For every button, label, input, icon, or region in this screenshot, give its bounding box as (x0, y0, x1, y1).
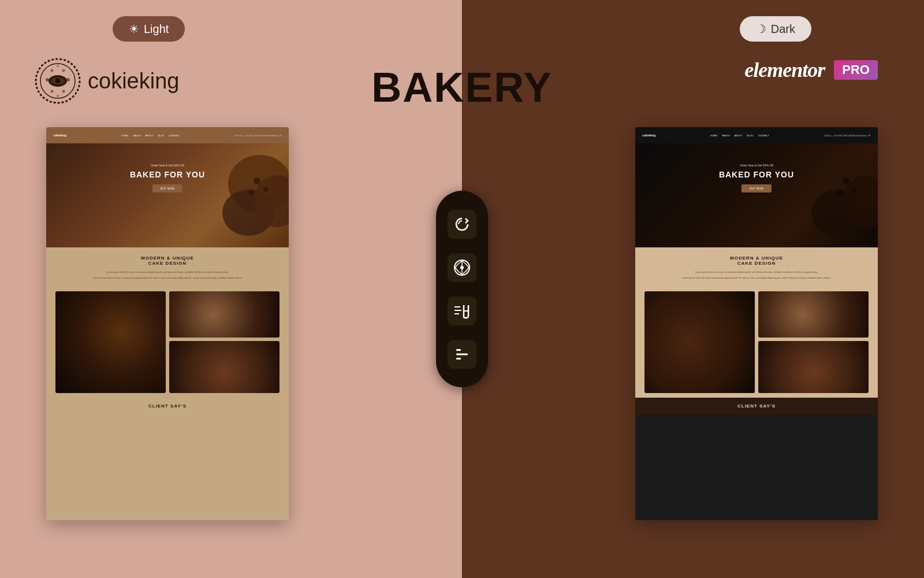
mockup-light: cokieking HOME PAGES ABOUT BLOG CONTACT … (46, 127, 289, 520)
svg-point-24 (837, 190, 843, 195)
svg-point-10 (62, 90, 65, 93)
svg-point-9 (51, 90, 54, 93)
svg-point-12 (57, 95, 59, 97)
logo-area-left: cokieking (35, 58, 179, 104)
mockup-content-dark: MODERN & UNIQUECAKE DESIGN Lorem ipsum d… (635, 247, 878, 287)
dark-toggle-label: Dark (771, 23, 795, 36)
svg-point-23 (852, 187, 857, 192)
mockup-nav-contact-left: Call Us: +176 456-478 156 Mitchell Stree… (235, 134, 282, 137)
elementor-logo-area: elementor PRO (744, 58, 878, 82)
dark-panel: ☽ Dark elementor PRO cokieking HOME PAGE… (462, 0, 924, 578)
svg-point-7 (51, 69, 54, 72)
mockup-nav-logo-left: cokieking (53, 134, 66, 137)
svg-point-6 (66, 78, 70, 81)
mockup-dark: cokieking HOME PAGES ABOUT BLOG CONTACT … (635, 127, 878, 520)
elementor-text: elementor (744, 58, 825, 82)
light-panel: ☀ Light cokieking cokieking HOME (0, 0, 462, 578)
mockup-nav-links-right: HOME PAGES ABOUT BLOG CONTACT (710, 134, 769, 137)
mockup-nav-contact-right: Call Us: +176 456-478 156 Mitchell Stree… (824, 134, 871, 137)
svg-point-5 (46, 78, 49, 81)
svg-point-17 (263, 187, 268, 192)
cookie-logo-left (35, 58, 81, 104)
moon-icon: ☽ (756, 22, 766, 36)
dark-toggle-button[interactable]: ☽ Dark (740, 16, 811, 42)
hero-cookie-art-left (162, 143, 289, 247)
mockup-clients-right: CLIENT SAY'S (635, 398, 878, 414)
brand-name-left: cokieking (88, 69, 179, 94)
mockup-nav-light: cokieking HOME PAGES ABOUT BLOG CONTACT … (46, 127, 289, 143)
mockup-img-right-2 (644, 291, 755, 393)
hero-cookie-art-right (751, 143, 878, 247)
mockup-nav-logo-right: cokieking (642, 134, 655, 137)
mockup-hero-dark: Order Now & Get 50% Off BAKED FOR YOU BU… (635, 143, 878, 247)
mockup-content-light: MODERN & UNIQUECAKE DESIGN Lorem ipsum d… (46, 247, 289, 287)
mockup-nav-links-left: HOME PAGES ABOUT BLOG CONTACT (121, 134, 180, 137)
mockup-image-grid-left (46, 287, 289, 398)
mockup-img-right-3 (758, 341, 869, 393)
panel-divider (462, 0, 463, 578)
mockup-hero-light: Order Now & Get 50% Off BAKED FOR YOU BU… (46, 143, 289, 247)
mockup-img-3 (169, 341, 280, 393)
mockup-img-2 (55, 291, 166, 393)
mockup-img-right-1 (758, 291, 869, 338)
svg-point-11 (57, 65, 59, 67)
svg-point-22 (843, 177, 850, 184)
light-toggle-button[interactable]: ☀ Light (113, 16, 185, 42)
sun-icon: ☀ (129, 22, 139, 36)
svg-point-4 (55, 79, 60, 83)
light-toggle-label: Light (144, 23, 169, 36)
mockup-clients-left: CLIENT SAY'S (46, 398, 289, 414)
mockup-nav-dark: cokieking HOME PAGES ABOUT BLOG CONTACT … (635, 127, 878, 143)
mockup-image-grid-right (635, 287, 878, 398)
svg-point-18 (248, 190, 254, 195)
svg-point-8 (62, 69, 65, 72)
pro-badge: PRO (834, 60, 878, 80)
mockup-img-1 (169, 291, 280, 338)
svg-point-16 (254, 177, 260, 184)
